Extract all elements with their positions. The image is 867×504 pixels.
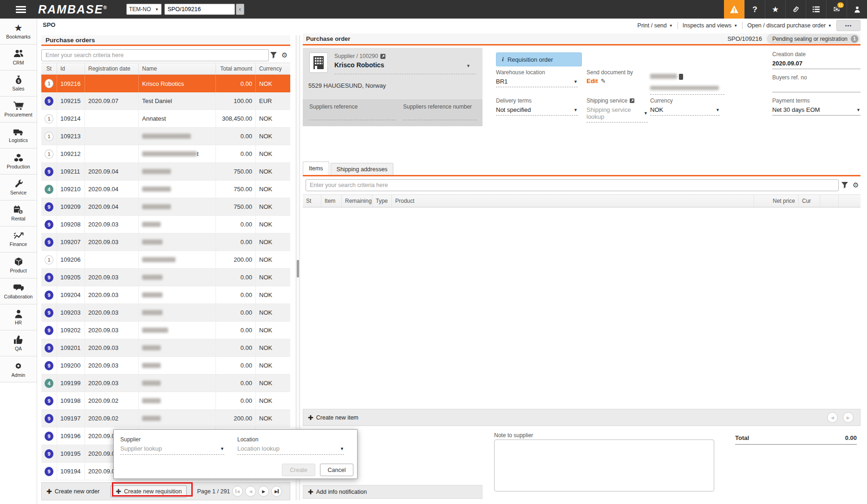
tab-items[interactable]: Items bbox=[303, 162, 329, 175]
table-row[interactable]: 1109216Krisco Robotics0.00NOK bbox=[41, 75, 290, 92]
table-row[interactable]: 41091992020.09.030.00NOK bbox=[41, 375, 290, 392]
next-page-button[interactable]: ▶ bbox=[258, 486, 269, 497]
table-row[interactable]: 11092130.00NOK bbox=[41, 128, 290, 145]
supplier-expand-caret[interactable]: ▼ bbox=[466, 64, 470, 68]
search-back-button[interactable]: ‹ bbox=[236, 4, 244, 15]
requisition-order-badge[interactable]: i Requisition order bbox=[496, 52, 582, 66]
create-new-order-button[interactable]: ✚Create new order bbox=[42, 488, 104, 495]
sidebar-item-hr[interactable]: HR bbox=[0, 304, 37, 330]
items-prev-button[interactable]: ◀ bbox=[827, 412, 838, 423]
first-page-button[interactable]: ◀ bbox=[232, 486, 243, 497]
settings-gear-icon[interactable]: ⚙ bbox=[853, 181, 859, 188]
purchase-orders-search-input[interactable] bbox=[41, 49, 269, 61]
item-col-net-price[interactable]: Net price bbox=[754, 195, 799, 207]
help-button[interactable]: ? bbox=[744, 0, 765, 19]
col-header-st[interactable]: St bbox=[41, 63, 57, 74]
filter-icon[interactable] bbox=[270, 52, 277, 58]
add-info-notification-button[interactable]: ✚Add info notification bbox=[303, 488, 372, 496]
sidebar-item-rental[interactable]: $ Rental bbox=[0, 200, 37, 226]
table-row[interactable]: 91092022020.09.030.00NOK bbox=[41, 322, 290, 339]
messages-button[interactable]: ✉ 11 bbox=[826, 0, 847, 19]
table-row[interactable]: 91091982020.09.020.00NOK bbox=[41, 392, 290, 410]
attachments-button[interactable] bbox=[785, 0, 806, 19]
more-options-button[interactable]: ••• bbox=[836, 20, 860, 31]
currency-dropdown[interactable]: NOK▼ bbox=[650, 106, 720, 116]
supplier-id-label[interactable]: Supplier / 100290 bbox=[334, 53, 385, 59]
table-row[interactable]: 91092092020.09.04750.00NOK bbox=[41, 198, 290, 216]
sidebar-item-collaboration[interactable]: Collaboration bbox=[0, 278, 37, 304]
open-discard-menu[interactable]: Open / discard purchase order▼ bbox=[747, 22, 832, 29]
create-new-requisition-button[interactable]: ✚Create new requisition bbox=[111, 485, 187, 498]
sidebar-item-service[interactable]: Service bbox=[0, 174, 37, 200]
table-row[interactable]: 91092112020.09.04750.00NOK bbox=[41, 163, 290, 181]
edit-send-document-link[interactable]: Edit✎ bbox=[587, 78, 633, 84]
table-row[interactable]: 1109206200.00NOK bbox=[41, 251, 290, 269]
buyers-ref-input[interactable] bbox=[772, 83, 860, 92]
popup-supplier-lookup[interactable]: Supplier lookup▼ bbox=[120, 445, 224, 455]
create-new-item-button[interactable]: ✚Create new item bbox=[303, 414, 363, 421]
sidebar-item-admin[interactable]: Admin bbox=[0, 356, 37, 382]
tab-shipping-addresses[interactable]: Shipping addresses bbox=[331, 163, 394, 175]
items-search-input[interactable] bbox=[306, 179, 839, 191]
table-row[interactable]: 41092102020.09.04750.00NOK bbox=[41, 181, 290, 198]
sidebar-item-production[interactable]: Production bbox=[0, 149, 37, 174]
hamburger-menu-icon[interactable] bbox=[16, 6, 26, 13]
table-row[interactable]: 1109214Annatest308,450.00NOK bbox=[41, 110, 290, 128]
col-header-registration-date[interactable]: Registration date bbox=[85, 63, 139, 74]
col-header-total-amount[interactable]: Total amount bbox=[216, 63, 256, 74]
inspects-views-menu[interactable]: Inspects and views▼ bbox=[683, 22, 738, 29]
table-row[interactable]: 91092002020.09.030.00NOK bbox=[41, 357, 290, 375]
note-to-supplier-textarea[interactable] bbox=[494, 439, 714, 491]
item-col-type[interactable]: Type bbox=[372, 195, 392, 207]
alert-button[interactable] bbox=[724, 0, 744, 19]
previous-page-button[interactable]: ◀ bbox=[245, 486, 256, 497]
item-col-st[interactable]: St bbox=[303, 195, 321, 207]
popup-cancel-button[interactable]: Cancel bbox=[320, 464, 353, 476]
delivery-terms-dropdown[interactable]: Not specified▼ bbox=[496, 106, 578, 116]
item-col-remaining[interactable]: Remaining bbox=[342, 195, 372, 207]
table-row[interactable]: 91091972020.09.02200.00NOK bbox=[41, 410, 290, 427]
table-row[interactable]: 91092032020.09.030.00NOK bbox=[41, 304, 290, 322]
sidebar-item-qa[interactable]: QA bbox=[0, 330, 37, 356]
popup-create-button[interactable]: Create bbox=[282, 464, 315, 476]
shipping-service-dropdown[interactable]: Shipping service lookup▼ bbox=[587, 106, 648, 123]
user-profile-button[interactable] bbox=[847, 0, 867, 19]
table-row[interactable]: 91092072020.09.030.00NOK bbox=[41, 233, 290, 251]
suppliers-reference-number-input[interactable] bbox=[403, 120, 476, 120]
table-row[interactable]: 91092052020.09.030.00NOK bbox=[41, 269, 290, 286]
table-row[interactable]: 91092152020.09.07Test Daniel100.00EUR bbox=[41, 92, 290, 110]
last-page-button[interactable]: ▶ bbox=[271, 486, 282, 497]
col-header-id[interactable]: Id bbox=[57, 63, 85, 74]
sidebar-item-bookmarks[interactable]: ★ Bookmarks bbox=[0, 19, 37, 45]
sidebar-item-logistics[interactable]: Logistics bbox=[0, 123, 37, 149]
print-send-menu[interactable]: Print / send▼ bbox=[638, 22, 673, 29]
col-header-name[interactable]: Name bbox=[139, 63, 216, 74]
filter-icon[interactable] bbox=[841, 182, 848, 188]
splitter-grip[interactable] bbox=[297, 260, 299, 278]
sidebar-item-product[interactable]: Product bbox=[0, 252, 37, 278]
sidebar-item-sales[interactable]: $ Sales bbox=[0, 71, 37, 97]
sidebar-item-crm[interactable]: CRM bbox=[0, 45, 37, 71]
task-list-button[interactable] bbox=[806, 0, 826, 19]
items-next-button[interactable]: ▶ bbox=[843, 412, 854, 423]
database-selector[interactable]: TEM-NO▼ bbox=[126, 4, 162, 15]
rambase-logo[interactable]: RAMBASE​® bbox=[38, 3, 107, 16]
global-search-input[interactable] bbox=[164, 4, 235, 15]
col-header-currency[interactable]: Currency bbox=[256, 63, 290, 74]
table-row[interactable]: 91092012020.09.030.00NOK bbox=[41, 339, 290, 357]
status-badge: 9 bbox=[45, 220, 53, 229]
settings-gear-icon[interactable]: ⚙ bbox=[281, 52, 287, 58]
item-col-cur[interactable]: Cur bbox=[799, 195, 820, 207]
suppliers-reference-input[interactable] bbox=[309, 120, 396, 120]
popup-location-lookup[interactable]: Location lookup▼ bbox=[237, 445, 344, 455]
payment-terms-dropdown[interactable]: Net 30 days EOM▼ bbox=[772, 106, 860, 116]
sidebar-item-procurement[interactable]: Procurement bbox=[0, 97, 37, 123]
table-row[interactable]: 91092082020.09.030.00NOK bbox=[41, 216, 290, 233]
warehouse-location-dropdown[interactable]: BR1▼ bbox=[496, 78, 578, 87]
table-row[interactable]: 91092042020.09.030.00NOK bbox=[41, 286, 290, 304]
favorites-button[interactable]: ★ bbox=[765, 0, 785, 19]
table-row[interactable]: 1109212t0.00NOK bbox=[41, 145, 290, 163]
item-col-product[interactable]: Product bbox=[392, 195, 754, 207]
item-col-item[interactable]: Item bbox=[321, 195, 342, 207]
sidebar-item-finance[interactable]: Finance bbox=[0, 226, 37, 252]
